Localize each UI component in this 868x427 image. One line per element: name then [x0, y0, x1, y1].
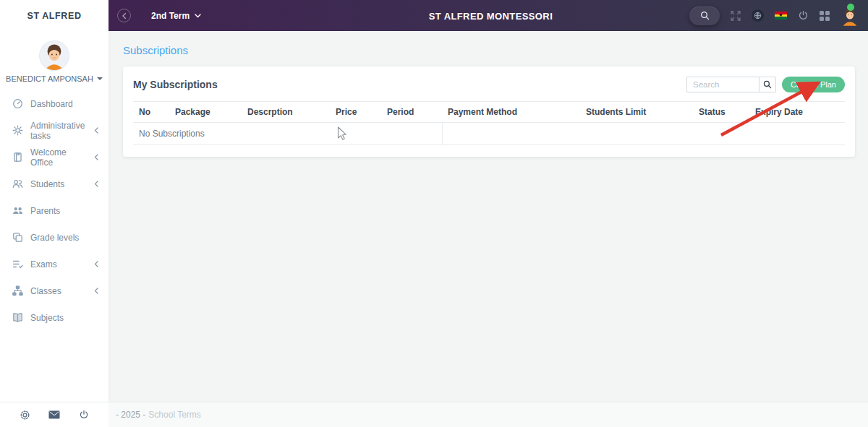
back-button[interactable]: [117, 9, 131, 22]
footer-school-terms-link[interactable]: School Terms: [148, 410, 200, 420]
sidebar-menu: Dashboard Administrative tasks Welcome O…: [0, 90, 109, 331]
arrow-left-icon: [121, 12, 128, 20]
col-no: No: [133, 102, 169, 123]
col-period: Period: [381, 102, 442, 123]
students-icon: [12, 178, 23, 189]
footer-year: - 2025 -: [116, 410, 145, 420]
sidebar-item-parents[interactable]: Parents: [0, 197, 109, 224]
choose-plan-button[interactable]: Choose Plan: [782, 77, 845, 92]
card-header: My Subscriptions Choose Plan: [133, 77, 845, 92]
table-header-row: No Package Descrption Price Period Payme…: [133, 102, 845, 123]
profile-avatar[interactable]: [40, 41, 69, 70]
col-price: Price: [330, 102, 381, 123]
parents-icon: [12, 205, 23, 216]
col-expiry-date: Expiry Date: [749, 102, 845, 123]
col-payment-method: Payment Method: [442, 102, 580, 123]
col-package: Package: [169, 102, 242, 123]
exams-icon: [12, 259, 23, 269]
app-logo[interactable]: ST ALFRED: [0, 0, 109, 31]
settings-gear-icon[interactable]: [20, 410, 30, 420]
user-avatar[interactable]: [841, 6, 859, 26]
profile-block: BENEDICT AMPONSAH: [0, 31, 109, 83]
subjects-icon: [12, 312, 23, 323]
grade-levels-icon: [12, 232, 23, 243]
user-name: BENEDICT AMPONSAH: [6, 74, 93, 83]
chevron-left-icon: [94, 181, 98, 187]
card-tools: Choose Plan: [686, 77, 845, 92]
gear-icon: [12, 125, 23, 136]
flag-star: ★: [775, 12, 787, 19]
profile-name-dropdown[interactable]: BENEDICT AMPONSAH: [0, 74, 109, 83]
caret-down-icon: [97, 77, 103, 80]
chevron-left-icon: [94, 127, 98, 134]
chevron-left-icon: [94, 261, 98, 267]
search-submit-button[interactable]: [759, 77, 776, 92]
sidebar-item-students[interactable]: Students: [0, 171, 109, 197]
table-search-group: [686, 77, 776, 92]
language-globe-icon[interactable]: [752, 9, 764, 22]
sidebar-item-classes[interactable]: Classes: [0, 277, 109, 304]
avatar-image: [40, 41, 69, 70]
page-title: Subscriptions: [123, 44, 868, 56]
chevron-left-icon: [94, 288, 98, 294]
top-bar-actions: ★: [689, 0, 859, 31]
empty-message: No Subscriptions: [133, 123, 442, 145]
sidebar-item-administrative-tasks[interactable]: Administrative tasks: [0, 117, 109, 144]
chevron-down-icon: [195, 14, 201, 18]
search-input[interactable]: [686, 77, 759, 92]
search-icon: [700, 11, 710, 20]
classes-icon: [12, 285, 23, 296]
col-students-limit: Students Limit: [580, 102, 693, 123]
sidebar-item-subjects[interactable]: Subjects: [0, 304, 109, 331]
main-content: Subscriptions My Subscriptions Choose Pl…: [109, 31, 868, 402]
col-status: Status: [693, 102, 749, 123]
sidebar-item-dashboard[interactable]: Dashboard: [0, 90, 109, 117]
dashboard-icon: [12, 98, 23, 109]
footer-sidebar-actions: [0, 402, 109, 427]
sidebar-item-grade-levels[interactable]: Grade levels: [0, 224, 109, 251]
logout-power-icon[interactable]: [798, 10, 809, 21]
empty-row: No Subscriptions: [133, 123, 845, 145]
footer: - 2025 - School Terms: [0, 402, 868, 427]
empty-cell: [442, 123, 845, 145]
col-description: Descrption: [242, 102, 330, 123]
top-bar: ST ALFRED 2nd Term ST ALFRED MONTESSORI: [0, 0, 868, 31]
fullscreen-icon[interactable]: [731, 11, 741, 21]
office-icon: [12, 152, 23, 163]
school-title: ST ALFRED MONTESSORI: [429, 10, 553, 21]
subscriptions-card: My Subscriptions Choose Plan: [123, 66, 855, 157]
term-selector[interactable]: 2nd Term: [151, 11, 201, 21]
sidebar-item-welcome-office[interactable]: Welcome Office: [0, 144, 109, 171]
online-status-dot: [847, 4, 854, 11]
sidebar: BENEDICT AMPONSAH Dashboard Administrati…: [0, 31, 109, 402]
footer-text: - 2025 - School Terms: [109, 402, 868, 427]
search-icon: [763, 80, 772, 89]
mail-icon[interactable]: [48, 410, 60, 419]
top-bar-main: 2nd Term ST ALFRED MONTESSORI ★: [109, 0, 868, 31]
card-title: My Subscriptions: [133, 79, 218, 90]
power-icon[interactable]: [79, 410, 89, 420]
search-button[interactable]: [689, 7, 720, 25]
subscriptions-table: No Package Descrption Price Period Payme…: [133, 101, 845, 145]
term-label: 2nd Term: [151, 11, 190, 21]
ghana-flag-icon[interactable]: ★: [775, 12, 787, 20]
chevron-left-icon: [94, 154, 98, 160]
apps-grid-icon[interactable]: [820, 11, 830, 21]
sidebar-item-exams[interactable]: Exams: [0, 251, 109, 277]
